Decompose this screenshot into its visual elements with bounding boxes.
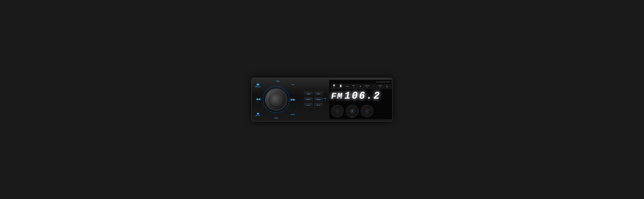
player-label: MP3/USB/SD/FM/BT PLAYER <box>376 81 393 83</box>
right-speaker-svg <box>361 105 373 117</box>
btn-4-rdm[interactable]: 4/RDM <box>314 97 323 102</box>
icon-headphone: 🎧 <box>384 84 390 89</box>
vol-label: VOL <box>274 117 278 119</box>
svg-text:B: B <box>352 110 353 112</box>
mic-label: MIC <box>324 98 326 99</box>
left-controls-section: SEL ☎ ⏻/MODE ◀◀ | ☎ BND/APS <box>254 80 302 119</box>
mute-button[interactable]: MUTE <box>291 114 295 115</box>
icon-classic: ✓ CLASSIC <box>390 84 393 89</box>
prev-button[interactable]: ◀◀ | <box>256 97 260 102</box>
icon-usb-int: 💾 USB INT <box>331 84 337 89</box>
btn-1-play[interactable]: 1/ ▶‖ <box>304 92 312 96</box>
icon-arrow: ⟹ <box>344 84 350 89</box>
volume-knob-area <box>262 86 290 113</box>
sel-label: SEL <box>276 80 280 82</box>
num-row-3: 5/-10 6/+10 <box>304 103 323 107</box>
speaker-displays-row: B CAR BT <box>331 105 393 118</box>
fm-mode-text: FM <box>331 92 343 101</box>
left-speaker-display <box>331 105 344 118</box>
icon-rock-pop: ROCK POP <box>377 84 383 89</box>
icon-row: 💾 USB INT 🃏 CARD ⟹ RPT INT ⇄ <box>331 84 393 89</box>
icon-shuffle: ⇄ <box>358 84 364 89</box>
mic-dot <box>324 100 326 101</box>
clk-button[interactable]: CLK <box>292 84 294 85</box>
btn-6-plus10[interactable]: 6/+10 <box>314 103 323 107</box>
car-bt-label: CAR BT <box>350 117 354 118</box>
volume-knob[interactable] <box>265 89 287 111</box>
btn-2-int[interactable]: 2/INT <box>314 92 323 96</box>
mic-area: MIC <box>324 80 326 119</box>
power-mode-button[interactable]: ☎ ⏻/MODE <box>255 83 260 87</box>
car-radio: SEL ☎ ⏻/MODE ◀◀ | ☎ BND/APS <box>251 78 393 122</box>
center-speaker-svg: B <box>346 105 358 117</box>
left-speaker-svg <box>331 105 344 117</box>
right-speaker-display <box>361 105 373 118</box>
num-row-1: 1/ ▶‖ 2/INT <box>304 92 323 96</box>
fm-frequency: 106.2 <box>344 90 381 102</box>
center-bt-speaker-display: B CAR BT <box>346 105 358 118</box>
btn-3-rpt[interactable]: 3/RPT <box>304 97 312 102</box>
num-row-2: 3/RPT 4/RDM <box>304 97 323 102</box>
display-section: MP3/USB/SD/FM/BT PLAYER 💾 USB INT � <box>329 80 393 119</box>
icon-eq-rdm: EQ ON RDM <box>364 84 370 89</box>
bnd-aps-button[interactable]: ☎ BND/APS <box>256 112 260 116</box>
icon-eq-wave: 〰 <box>371 84 377 89</box>
num-buttons-section: 1/ ▶‖ 2/INT 3/RPT 4/RDM 5/-10 6/+10 <box>302 80 323 119</box>
pull-tab <box>251 96 252 103</box>
next-button[interactable]: ▶▶| <box>291 98 295 101</box>
fm-frequency-display: FM 106.2 <box>331 90 393 104</box>
icon-rpt-int: RPT INT <box>351 84 357 89</box>
icon-card: 🃏 CARD <box>338 84 344 89</box>
btn-5-minus10[interactable]: 5/-10 <box>304 103 312 107</box>
